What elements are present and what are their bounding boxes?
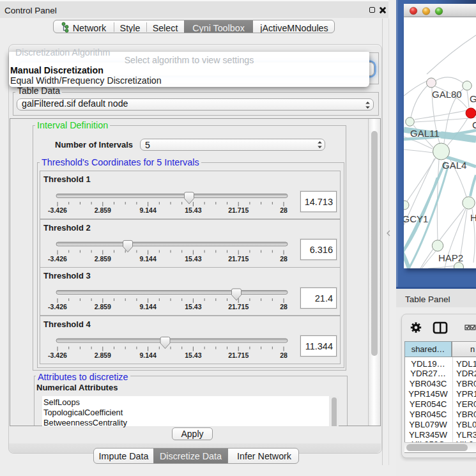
svg-text:2.859: 2.859 [95, 206, 111, 214]
svg-text:-3.426: -3.426 [48, 206, 67, 214]
svg-text:21.715: 21.715 [228, 206, 249, 214]
svg-text:28: 28 [280, 351, 288, 359]
svg-text:H: H [470, 212, 476, 223]
svg-text:15.43: 15.43 [185, 303, 201, 311]
svg-text:GCY1: GCY1 [404, 213, 428, 224]
svg-text:-3.426: -3.426 [48, 351, 67, 359]
svg-text:GAL80: GAL80 [432, 89, 462, 100]
svg-text:9.144: 9.144 [139, 351, 156, 359]
svg-text:C: C [472, 119, 476, 130]
svg-text:28: 28 [280, 255, 288, 263]
svg-text:-3.426: -3.426 [48, 303, 67, 311]
svg-text:GA: GA [470, 93, 476, 104]
svg-text:21.715: 21.715 [228, 255, 249, 263]
svg-text:15.43: 15.43 [185, 351, 201, 359]
svg-text:28: 28 [280, 303, 288, 311]
svg-text:GAL11: GAL11 [410, 128, 440, 139]
svg-text:GAL4: GAL4 [442, 160, 466, 171]
svg-text:9.144: 9.144 [139, 206, 156, 214]
svg-text:21.715: 21.715 [228, 303, 249, 311]
svg-text:HAP2: HAP2 [438, 252, 463, 263]
svg-text:2.859: 2.859 [95, 255, 111, 263]
svg-text:-3.426: -3.426 [48, 255, 67, 263]
svg-text:15.43: 15.43 [185, 206, 201, 214]
svg-text:2.859: 2.859 [95, 303, 111, 311]
svg-text:28: 28 [280, 206, 288, 214]
svg-text:21.715: 21.715 [228, 351, 249, 359]
svg-text:9.144: 9.144 [139, 303, 156, 311]
svg-text:15.43: 15.43 [185, 255, 201, 263]
svg-text:2.859: 2.859 [95, 351, 111, 359]
svg-text:9.144: 9.144 [139, 255, 156, 263]
